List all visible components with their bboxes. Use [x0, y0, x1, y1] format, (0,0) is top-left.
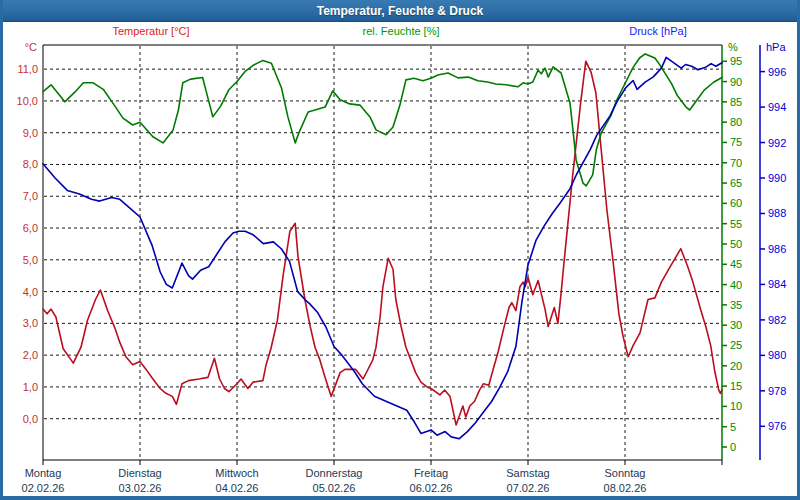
y-tick-label-pressure: 994: [768, 101, 786, 113]
unit-label-celsius: °C: [25, 41, 37, 53]
x-day-name: Donnerstag: [306, 467, 363, 479]
y-tick-label-temperature: 0,0: [23, 413, 38, 425]
x-day-date: 04.02.26: [216, 482, 259, 494]
y-tick-label-humidity: 5: [730, 421, 736, 433]
x-day-date: 07.02.26: [507, 482, 550, 494]
y-tick-label-humidity: 85: [730, 96, 742, 108]
y-tick-label-humidity: 25: [730, 339, 742, 351]
chart-plot: 0,01,02,03,04,05,06,07,08,09,010,011,0Mo…: [0, 0, 800, 496]
x-day-date: 06.02.26: [410, 482, 453, 494]
y-tick-label-humidity: 50: [730, 238, 742, 250]
legend-pressure: Druck [hPa]: [629, 25, 686, 37]
y-tick-label-pressure: 980: [768, 349, 786, 361]
x-day-name: Samstag: [506, 467, 549, 479]
app-window: Temperatur, Feuchte & Druck 0,01,02,03,0…: [0, 0, 800, 500]
series-rel-feuchte: [43, 54, 722, 186]
y-tick-label-humidity: 30: [730, 319, 742, 331]
x-day-name: Dienstag: [118, 467, 161, 479]
y-tick-label-temperature: 8,0: [23, 158, 38, 170]
y-tick-label-temperature: 2,0: [23, 349, 38, 361]
y-tick-label-pressure: 976: [768, 420, 786, 432]
y-tick-label-pressure: 996: [768, 66, 786, 78]
x-day-date: 05.02.26: [313, 482, 356, 494]
y-tick-label-humidity: 70: [730, 157, 742, 169]
y-tick-label-humidity: 40: [730, 279, 742, 291]
y-tick-label-pressure: 992: [768, 137, 786, 149]
y-tick-label-temperature: 9,0: [23, 127, 38, 139]
y-tick-label-temperature: 4,0: [23, 286, 38, 298]
y-tick-label-temperature: 6,0: [23, 222, 38, 234]
unit-label-percent: %: [728, 41, 738, 53]
y-tick-label-humidity: 55: [730, 218, 742, 230]
legend-temperature: Temperatur [°C]: [112, 25, 189, 37]
y-tick-label-temperature: 5,0: [23, 254, 38, 266]
y-tick-label-pressure: 984: [768, 278, 786, 290]
series-temperatur: [43, 61, 722, 425]
legend-humidity: rel. Feuchte [%]: [362, 25, 439, 37]
y-tick-label-humidity: 10: [730, 400, 742, 412]
x-day-date: 03.02.26: [119, 482, 162, 494]
y-tick-label-pressure: 982: [768, 314, 786, 326]
y-tick-label-temperature: 10,0: [17, 95, 38, 107]
y-tick-label-humidity: 95: [730, 55, 742, 67]
y-tick-label-humidity: 80: [730, 116, 742, 128]
y-tick-label-pressure: 986: [768, 243, 786, 255]
y-tick-label-temperature: 1,0: [23, 381, 38, 393]
series-druck: [43, 57, 722, 438]
y-tick-label-humidity: 45: [730, 258, 742, 270]
y-tick-label-humidity: 65: [730, 177, 742, 189]
y-tick-label-pressure: 978: [768, 385, 786, 397]
y-tick-label-temperature: 11,0: [17, 63, 38, 75]
y-tick-label-humidity: 35: [730, 299, 742, 311]
unit-label-hpa: hPa: [766, 41, 786, 53]
y-tick-label-humidity: 20: [730, 360, 742, 372]
x-day-date: 02.02.26: [22, 482, 65, 494]
y-tick-label-humidity: 15: [730, 380, 742, 392]
y-tick-label-temperature: 3,0: [23, 317, 38, 329]
y-tick-label-humidity: 75: [730, 136, 742, 148]
x-day-name: Montag: [25, 467, 62, 479]
x-day-name: Freitag: [414, 467, 448, 479]
y-tick-label-humidity: 60: [730, 197, 742, 209]
y-tick-label-humidity: 0: [730, 441, 736, 453]
y-tick-label-pressure: 990: [768, 172, 786, 184]
x-day-name: Sonntag: [605, 467, 646, 479]
x-day-date: 08.02.26: [604, 482, 647, 494]
y-tick-label-temperature: 7,0: [23, 190, 38, 202]
x-day-name: Mittwoch: [215, 467, 258, 479]
y-tick-label-humidity: 90: [730, 76, 742, 88]
y-tick-label-pressure: 988: [768, 207, 786, 219]
